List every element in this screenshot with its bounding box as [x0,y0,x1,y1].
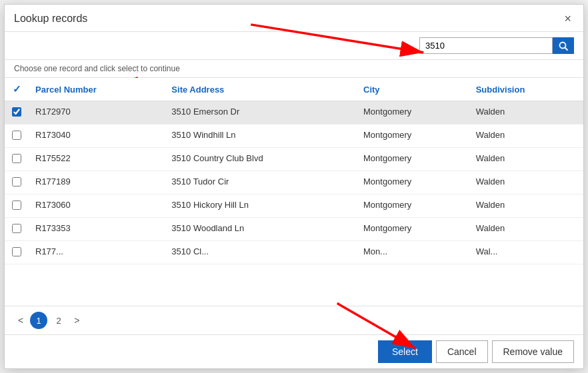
row-checkbox-cell [5,218,29,241]
row-checkbox-cell [5,101,29,125]
next-page-button[interactable]: > [70,314,83,327]
row-subdivision: Walden [469,125,583,148]
table-row[interactable]: R1730403510 Windhill LnMontgomeryWalden [5,125,583,148]
row-site: 3510 Country Club Blvd [165,148,357,171]
col-header-check: ✓ [5,78,29,101]
col-header-subdivision[interactable]: Subdivision [469,78,583,101]
check-all-icon: ✓ [13,83,21,95]
remove-value-button[interactable]: Remove value [492,340,575,363]
row-checkbox-cell [5,148,29,171]
row-city: Montgomery [357,148,469,171]
row-site: 3510 Tudor Cir [165,171,357,194]
row-parcel: R172970 [29,101,165,125]
footer-buttons: Select Cancel Remove value [5,334,583,368]
table-row[interactable]: R1729703510 Emerson DrMontgomeryWalden [5,101,583,125]
select-button[interactable]: Select [378,340,432,363]
search-input[interactable] [419,37,553,54]
row-checkbox-cell [5,194,29,218]
lookup-dialog: Lookup records × Choose one record and c… [4,4,584,369]
col-header-parcel[interactable]: Parcel Number [29,78,165,101]
row-parcel: R173040 [29,125,165,148]
search-icon [559,41,568,51]
row-parcel: R173060 [29,194,165,218]
page-1-button[interactable]: 1 [30,312,47,329]
row-city: Montgomery [357,125,469,148]
row-checkbox[interactable] [12,200,21,210]
row-site: 3510 Cl... [165,241,357,264]
pagination: < 1 2 > [5,306,583,334]
row-city: Montgomery [357,218,469,241]
dialog-title: Lookup records [14,13,87,25]
row-site: 3510 Hickory Hill Ln [165,194,357,218]
row-city: Mon... [357,241,469,264]
table-row[interactable]: R1755223510 Country Club BlvdMontgomeryW… [5,148,583,171]
row-parcel: R177189 [29,171,165,194]
row-city: Montgomery [357,194,469,218]
instructions-text: Choose one record and click select to co… [5,60,583,78]
prev-page-button[interactable]: < [14,314,27,327]
row-subdivision: Walden [469,194,583,218]
row-subdivision: Walden [469,171,583,194]
row-site: 3510 Windhill Ln [165,125,357,148]
table-header-row: ✓ Parcel Number Site Address City Subdiv… [5,78,583,101]
table-row[interactable]: R1771893510 Tudor CirMontgomeryWalden [5,171,583,194]
row-subdivision: Wal... [469,241,583,264]
results-table-container[interactable]: ✓ Parcel Number Site Address City Subdiv… [5,78,583,306]
dialog-header: Lookup records × [5,5,583,32]
table-row[interactable]: R1730603510 Hickory Hill LnMontgomeryWal… [5,194,583,218]
search-button[interactable] [553,37,574,54]
row-checkbox[interactable] [12,177,21,186]
col-header-site[interactable]: Site Address [165,78,357,101]
row-parcel: R173353 [29,218,165,241]
row-subdivision: Walden [469,101,583,125]
table-row[interactable]: R1733533510 Woodland LnMontgomeryWalden [5,218,583,241]
svg-line-5 [565,47,568,50]
row-checkbox-cell [5,125,29,148]
row-checkbox[interactable] [12,154,21,163]
row-site: 3510 Emerson Dr [165,101,357,125]
row-checkbox-cell [5,241,29,264]
close-button[interactable]: × [561,11,574,26]
row-site: 3510 Woodland Ln [165,218,357,241]
row-subdivision: Walden [469,148,583,171]
row-checkbox[interactable] [12,131,21,140]
col-header-city[interactable]: City [357,78,469,101]
row-checkbox-cell [5,171,29,194]
row-city: Montgomery [357,101,469,125]
row-subdivision: Walden [469,218,583,241]
results-table: ✓ Parcel Number Site Address City Subdiv… [5,78,583,264]
row-checkbox[interactable] [12,224,21,233]
row-city: Montgomery [357,171,469,194]
table-row[interactable]: R177...3510 Cl...Mon...Wal... [5,241,583,264]
page-2-button[interactable]: 2 [50,312,67,329]
row-checkbox[interactable] [12,107,21,117]
cancel-button[interactable]: Cancel [436,340,488,363]
search-area [5,32,583,60]
row-parcel: R177... [29,241,165,264]
row-checkbox[interactable] [12,247,21,256]
row-parcel: R175522 [29,148,165,171]
